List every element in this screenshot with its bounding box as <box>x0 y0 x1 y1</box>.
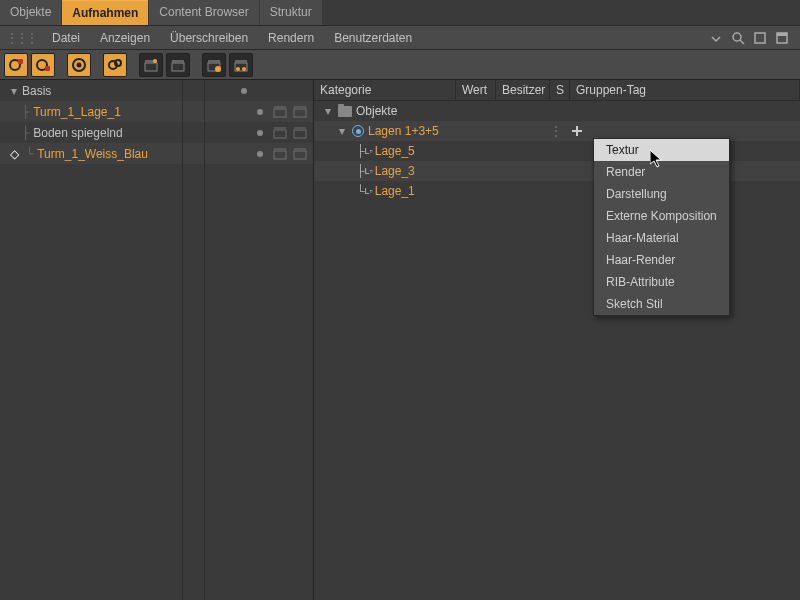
take-root-label[interactable]: Basis <box>22 84 51 98</box>
dock-icon[interactable] <box>774 30 790 46</box>
col-kategorie[interactable]: Kategorie <box>314 80 456 100</box>
enable-dot-icon[interactable] <box>257 109 263 115</box>
col-gruppen-tag[interactable]: Gruppen-Tag <box>570 80 800 100</box>
search-icon[interactable] <box>730 30 746 46</box>
menu-item-externe-komposition[interactable]: Externe Komposition <box>594 205 729 227</box>
take-row-1[interactable]: ├ Boden spiegelnd <box>0 122 313 143</box>
layer-label[interactable]: Lage_5 <box>375 144 415 158</box>
enable-dot-icon[interactable] <box>257 151 263 157</box>
menu-datei[interactable]: Datei <box>42 27 90 49</box>
svg-rect-25 <box>274 109 286 117</box>
svg-marker-19 <box>208 60 220 63</box>
svg-marker-22 <box>235 60 247 63</box>
svg-rect-4 <box>777 33 787 36</box>
top-tabs: Objekte Aufnahmen Content Browser Strukt… <box>0 0 800 26</box>
svg-point-23 <box>236 67 240 71</box>
render-slot-icon[interactable] <box>293 126 307 140</box>
svg-rect-8 <box>45 66 50 71</box>
menu-item-render[interactable]: Render <box>594 161 729 183</box>
svg-point-0 <box>733 33 741 41</box>
layer-icon: L▫ <box>365 186 373 196</box>
select-marker-icon[interactable]: ◇ <box>6 147 22 161</box>
tab-struktur[interactable]: Struktur <box>260 0 322 25</box>
take-label[interactable]: Boden spiegelnd <box>33 126 122 140</box>
menu-item-rib-attribute[interactable]: RIB-Attribute <box>594 271 729 293</box>
tree-line-icon: ├ <box>356 144 365 158</box>
tree-line-icon: ├ <box>356 164 365 178</box>
enable-dot-icon[interactable] <box>241 88 247 94</box>
render-slot-icon[interactable] <box>293 105 307 119</box>
render-slot-icon[interactable] <box>273 126 287 140</box>
take-row-2[interactable]: ◇ └ Turm_1_Weiss_Blau <box>0 143 313 164</box>
svg-line-1 <box>740 40 744 44</box>
panel-grip-icon: ⋮⋮⋮ <box>6 31 36 45</box>
window-icon[interactable] <box>752 30 768 46</box>
svg-rect-16 <box>172 63 184 71</box>
svg-marker-32 <box>294 127 306 130</box>
takes-panel: ▾ Basis ├ Turm_1_Lage_1 ├ Boden spiegeln… <box>0 80 314 600</box>
menu-item-haar-render[interactable]: Haar-Render <box>594 249 729 271</box>
folder-icon <box>338 106 352 117</box>
menu-item-sketch-stil[interactable]: Sketch Stil <box>594 293 729 315</box>
category-row-objects[interactable]: ▾ Objekte <box>314 101 800 121</box>
svg-marker-26 <box>274 106 286 109</box>
add-tag-icon[interactable] <box>572 126 582 136</box>
clapboard-icon[interactable] <box>139 53 163 77</box>
svg-rect-33 <box>274 151 286 159</box>
take-add-child-icon[interactable] <box>31 53 55 77</box>
menu-item-textur[interactable]: Textur <box>594 139 729 161</box>
tag-context-menu[interactable]: Textur Render Darstellung Externe Kompos… <box>593 138 730 316</box>
take-link-icon[interactable] <box>103 53 127 77</box>
layer-label[interactable]: Lage_3 <box>375 164 415 178</box>
tab-content-browser[interactable]: Content Browser <box>149 0 258 25</box>
svg-point-24 <box>242 67 246 71</box>
render-slot-icon[interactable] <box>293 147 307 161</box>
col-wert[interactable]: Wert <box>456 80 496 100</box>
col-besitzer[interactable]: Besitzer <box>496 80 550 100</box>
take-add-icon[interactable] <box>4 53 28 77</box>
tree-line-icon: ├ <box>22 105 33 119</box>
tab-objekte[interactable]: Objekte <box>0 0 61 25</box>
take-current-icon[interactable] <box>67 53 91 77</box>
layer-icon: L▫ <box>365 166 373 176</box>
collapse-icon[interactable] <box>708 30 724 46</box>
layer-label[interactable]: Lage_1 <box>375 184 415 198</box>
render-take-icon[interactable] <box>202 53 226 77</box>
expand-icon[interactable]: ▾ <box>6 84 22 98</box>
svg-point-12 <box>115 60 121 66</box>
svg-rect-13 <box>145 63 157 71</box>
render-slot-icon[interactable] <box>273 147 287 161</box>
take-label[interactable]: Turm_1_Weiss_Blau <box>37 147 148 161</box>
render-slot-icon[interactable] <box>273 105 287 119</box>
take-icon <box>352 125 364 137</box>
menu-ueberschreiben[interactable]: Überschreiben <box>160 27 258 49</box>
take-row-0[interactable]: ├ Turm_1_Lage_1 <box>0 101 313 122</box>
svg-marker-34 <box>274 148 286 151</box>
svg-point-15 <box>153 59 157 63</box>
take-root-row[interactable]: ▾ Basis <box>0 80 313 101</box>
expand-icon[interactable]: ▾ <box>336 124 348 138</box>
category-label[interactable]: Objekte <box>356 104 397 118</box>
svg-rect-27 <box>294 109 306 117</box>
col-s[interactable]: S <box>550 80 570 100</box>
menu-rendern[interactable]: Rendern <box>258 27 324 49</box>
menu-benutzerdaten[interactable]: Benutzerdaten <box>324 27 422 49</box>
take-label[interactable]: Turm_1_Lage_1 <box>33 105 121 119</box>
svg-marker-17 <box>172 60 184 63</box>
menu-item-darstellung[interactable]: Darstellung <box>594 183 729 205</box>
svg-rect-31 <box>294 130 306 138</box>
take-object-label[interactable]: Lagen 1+3+5 <box>368 124 439 138</box>
menu-item-haar-material[interactable]: Haar-Material <box>594 227 729 249</box>
svg-rect-35 <box>294 151 306 159</box>
clapboard-checked-icon[interactable] <box>166 53 190 77</box>
tab-aufnahmen[interactable]: Aufnahmen <box>62 0 148 25</box>
menu-anzeigen[interactable]: Anzeigen <box>90 27 160 49</box>
svg-marker-28 <box>294 106 306 109</box>
drag-handle-icon[interactable]: ⋮ <box>550 124 561 138</box>
render-take-all-icon[interactable] <box>229 53 253 77</box>
svg-marker-36 <box>294 148 306 151</box>
enable-dot-icon[interactable] <box>257 130 263 136</box>
svg-rect-6 <box>18 59 23 64</box>
svg-marker-30 <box>274 127 286 130</box>
expand-icon[interactable]: ▾ <box>322 104 334 118</box>
